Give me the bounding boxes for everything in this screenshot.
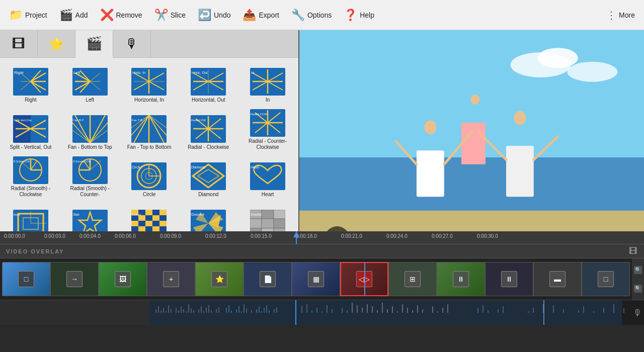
help-button[interactable]: ❓ Help [339, 6, 379, 25]
ruler-mark-6: 0:00:06.0 [115, 233, 136, 239]
transition-diamond-label: Diamond [198, 192, 218, 198]
tab-transitions[interactable]: 🎬 [75, 30, 113, 58]
export-button[interactable]: 📤 Export [237, 6, 284, 25]
slice-label: Slice [171, 11, 186, 19]
ruler-mark-4: 0:00:04.0 [79, 233, 101, 239]
scroll-down-btn[interactable]: 🔍 [634, 285, 642, 293]
transition-heart[interactable]: Heart Heart [239, 154, 296, 200]
transition-right[interactable]: Right Right [2, 60, 59, 105]
transition-circle-label: Circle [143, 192, 156, 198]
transition-radial-ccw-label: Radial - Counter-Clockwise [240, 138, 295, 150]
project-button[interactable]: 📁 Project [4, 6, 52, 25]
clip-container: □ → 🖼 + ⭐ 📄 ▦ [0, 261, 632, 297]
svg-text:Shatter: Shatter [251, 213, 262, 216]
clip-9[interactable]: ⏸ [437, 262, 485, 296]
timeline-track[interactable]: □ → 🖼 + ⭐ 📄 ▦ [0, 258, 644, 300]
transition-radial-smooth-ccw[interactable]: R.Smooth CCW Radial (Smooth) - Counter- [61, 154, 119, 200]
ruler-mark-12: 0:00:12.0 [205, 233, 226, 239]
svg-rect-209 [461, 123, 486, 164]
add-button[interactable]: 🎬 Add [54, 6, 93, 25]
project-label: Project [25, 11, 47, 19]
svg-text:Radial CCW: Radial CCW [251, 113, 267, 116]
transition-diamond[interactable]: Diamond Diamond [180, 154, 237, 200]
remove-button[interactable]: ❌ Remove [95, 6, 147, 25]
tab-bar: 🎞 ⭐ 🎬 🎙 [0, 30, 298, 58]
mic-icon-track: 🎙 [633, 307, 642, 318]
svg-text:Checker: Checker [132, 213, 141, 216]
svg-text:In: In [251, 70, 255, 75]
ruler-mark-9: 0:00:09.0 [160, 233, 181, 239]
scroll-up-btn[interactable]: 🔍 [634, 266, 642, 274]
svg-rect-312 [543, 300, 544, 325]
undo-icon: ↩️ [198, 9, 211, 22]
clip-12[interactable]: □ [582, 262, 630, 296]
ruler-mark-24: 0:00:24.0 [386, 233, 408, 239]
transition-radial-smooth-cw[interactable]: R.Smooth CW Radial (Smooth) - Clockwise [2, 154, 59, 200]
svg-rect-172 [262, 219, 274, 228]
slice-button[interactable]: ✂️ Slice [149, 6, 191, 25]
clip-7[interactable]: ▦ [292, 262, 340, 296]
svg-rect-141 [145, 215, 152, 221]
svg-rect-147 [152, 221, 159, 226]
transition-left[interactable]: Left Left [61, 60, 119, 105]
transition-fan-top-bottom[interactable]: Fan T-B Fan - Top to Bottom [121, 107, 178, 152]
audio-track[interactable]: 🎙 [0, 300, 644, 325]
clip-cursor[interactable]: ◁▷ [340, 262, 388, 296]
ruler-mark-21: 0:00:21.0 [341, 233, 362, 239]
add-label: Add [75, 11, 88, 19]
tab-audio[interactable]: 🎙 [113, 30, 151, 58]
timeline-ruler[interactable]: 0:00:00.0 0:00:03.0 0:00:04.0 0:00:06.0 … [0, 231, 644, 244]
svg-text:Star: Star [73, 213, 80, 216]
remove-icon: ❌ [100, 9, 114, 22]
clip-5[interactable]: ⭐ [195, 262, 244, 296]
transition-fan-bottom-top[interactable]: Fan B-T Fan - Bottom to Top [61, 107, 119, 152]
undo-label: Undo [214, 11, 230, 19]
undo-button[interactable]: ↩️ Undo [193, 6, 235, 25]
clip-3[interactable]: 🖼 [99, 262, 147, 296]
transition-horiz-out-label: Horizontal, Out [192, 97, 225, 103]
svg-rect-137 [152, 210, 159, 215]
transition-radial-ccw[interactable]: Radial CCW Radial - Counter-Clockwise [239, 107, 296, 152]
transition-radial-cw-label: Radial - Clockwise [188, 144, 229, 150]
svg-text:Fan T-B: Fan T-B [132, 119, 142, 122]
transition-right-label: Right [25, 97, 36, 103]
svg-rect-173 [274, 219, 285, 228]
svg-rect-216 [0, 300, 149, 325]
clip-4[interactable]: + [147, 262, 195, 296]
options-label: Options [307, 11, 332, 19]
svg-rect-169 [262, 210, 274, 219]
options-button[interactable]: 🔧 Options [286, 6, 337, 25]
tab-clips[interactable]: 🎞 [0, 30, 38, 58]
clip-6[interactable]: 📄 [244, 262, 292, 296]
audio-waveform [0, 300, 632, 325]
svg-rect-170 [274, 210, 285, 219]
transition-radial-cw[interactable]: Radial CW Radial - Clockwise [180, 107, 237, 152]
clip-8[interactable]: ⊞ [388, 262, 437, 296]
more-dots-icon: ⋮ [606, 9, 616, 21]
options-icon: 🔧 [291, 9, 305, 22]
clip-icon-4: + [163, 271, 179, 287]
transition-in[interactable]: In In [239, 60, 296, 105]
clip-1[interactable]: □ [2, 262, 50, 296]
ruler-mark-3: 0:00:03.0 [44, 233, 65, 239]
clip-cursor-line [364, 263, 365, 295]
timeline-cursor [296, 231, 297, 244]
tab-favorites[interactable]: ⭐ [38, 30, 75, 58]
transition-split-vertical-out[interactable]: Split-Vert,Out Split - Vertical, Out [2, 107, 59, 152]
clip-11[interactable]: ▬ [533, 262, 582, 296]
video-overlay-label: VIDEO OVERLAY 🎞 [0, 244, 644, 258]
ruler-mark-27: 0:00:27.0 [432, 233, 453, 239]
transitions-icon: 🎬 [86, 36, 102, 51]
clip-icon-9: ⏸ [453, 271, 469, 287]
left-panel: 🎞 ⭐ 🎬 🎙 [0, 30, 299, 261]
svg-rect-146 [145, 221, 152, 226]
clip-10[interactable]: ⏸ [485, 262, 533, 296]
transition-circle[interactable]: Circle Circle [121, 154, 178, 200]
transition-in-label: In [266, 97, 270, 103]
svg-rect-148 [159, 221, 167, 226]
transition-radial-smooth-cw-label: Radial (Smooth) - Clockwise [3, 186, 58, 198]
transition-horizontal-out[interactable]: Horiz, Out Horizontal, Out [180, 60, 237, 105]
transition-horizontal-in[interactable]: Horiz, In Horizontal, In [121, 60, 178, 105]
clip-2[interactable]: → [50, 262, 99, 296]
more-button[interactable]: ⋮ More [601, 6, 640, 24]
